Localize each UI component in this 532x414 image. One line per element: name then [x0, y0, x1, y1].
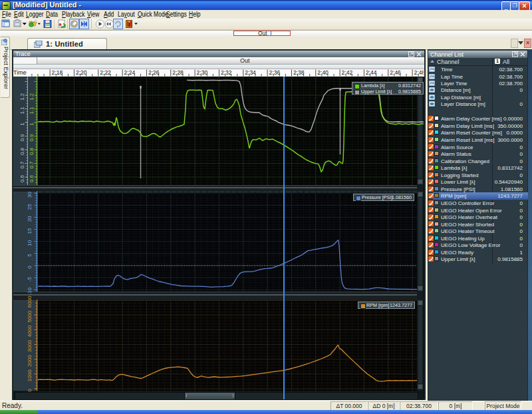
svg-text:0.9: 0.9	[19, 134, 25, 142]
svg-text:2:44: 2:44	[366, 69, 377, 76]
svg-text:2:24: 2:24	[124, 69, 136, 76]
svg-text:1000: 1000	[27, 369, 33, 381]
svg-text:2:38: 2:38	[293, 69, 305, 76]
svg-text:0.6: 0.6	[29, 174, 35, 182]
svg-text:0.8: 0.8	[29, 147, 35, 155]
svg-text:0: 0	[27, 266, 33, 269]
svg-text:2:32: 2:32	[221, 69, 232, 76]
svg-text:5000: 5000	[27, 310, 33, 322]
svg-text:-5: -5	[27, 276, 33, 282]
svg-text:2:30: 2:30	[197, 69, 208, 76]
svg-text:0.6: 0.6	[19, 174, 25, 182]
svg-text:6000: 6000	[27, 296, 33, 308]
svg-text:2:22: 2:22	[100, 69, 111, 76]
svg-text:4000: 4000	[27, 325, 33, 337]
svg-text:5: 5	[27, 254, 33, 257]
svg-text:15: 15	[27, 228, 33, 234]
svg-text:0.9: 0.9	[29, 134, 35, 142]
svg-text:-10: -10	[27, 287, 33, 295]
svg-text:3000: 3000	[27, 340, 33, 352]
svg-text:2:26: 2:26	[148, 69, 160, 76]
svg-text:1.1: 1.1	[29, 106, 35, 114]
svg-text:2:36: 2:36	[269, 69, 281, 76]
svg-text:2:28: 2:28	[172, 69, 184, 76]
svg-text:2:40: 2:40	[317, 69, 329, 76]
svg-text:20: 20	[27, 216, 33, 222]
svg-text:25: 25	[27, 204, 33, 210]
svg-text:30: 30	[27, 192, 33, 198]
svg-text:2:18: 2:18	[52, 69, 63, 76]
svg-text:0: 0	[27, 389, 33, 392]
svg-text:2000: 2000	[27, 355, 33, 367]
svg-text:0.7: 0.7	[19, 161, 25, 169]
svg-text:1.1: 1.1	[19, 106, 25, 114]
svg-text:1.2: 1.2	[29, 93, 35, 101]
svg-text:10: 10	[27, 240, 33, 246]
svg-text:2:46: 2:46	[390, 69, 401, 76]
svg-text:1.2: 1.2	[19, 93, 25, 101]
svg-text:2:48: 2:48	[414, 69, 424, 76]
svg-text:2:34: 2:34	[245, 69, 256, 76]
svg-text:2:42: 2:42	[342, 69, 353, 76]
svg-text:1: 1	[19, 122, 25, 126]
svg-text:0.8: 0.8	[19, 147, 25, 155]
svg-text:1: 1	[29, 122, 35, 126]
svg-text:2:20: 2:20	[76, 69, 87, 76]
svg-text:0.7: 0.7	[29, 161, 35, 169]
